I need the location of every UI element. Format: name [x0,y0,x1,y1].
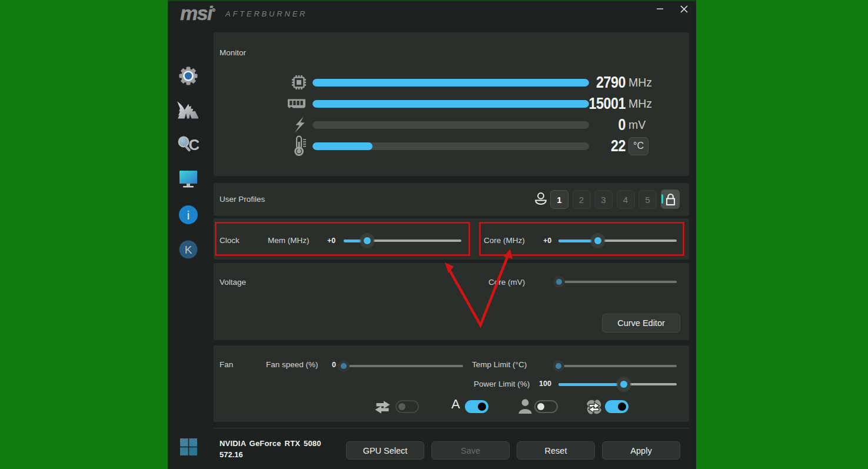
msi-dragon-icon [177,101,200,122]
power-limit-slider[interactable] [558,374,677,395]
driver-version: 572.16 [220,450,243,459]
curve-editor-button[interactable]: Curve Editor [602,314,680,332]
core-voltage-slider[interactable] [556,271,677,292]
profile-button-4[interactable]: 4 [617,190,635,209]
oc-scanner-icon: C [178,134,199,155]
gpu-name: NVIDIA GeForce RTX 5080 [220,439,321,448]
fan-speed-label: Fan speed (%) [266,360,318,369]
power-limit-slider-thumb[interactable] [617,378,630,391]
fan-speed-slider[interactable] [342,355,463,377]
windows-logo-icon[interactable] [168,438,209,455]
lock-icon [665,193,676,206]
clock-label: Clock [220,236,240,245]
core-voltage-slider-thumb[interactable] [553,276,565,288]
profile-button-2[interactable]: 2 [573,190,591,209]
toggle-knob [398,403,405,410]
gpu-chip-icon [285,72,306,93]
profile-button-5[interactable]: 5 [638,190,657,209]
temp-limit-label: Temp Limit (°C) [472,360,527,369]
kombustor-icon: K [178,240,198,260]
svg-text:i: i [187,209,189,222]
fan-panel: Fan Fan speed (%) 0 Temp Limit (°C) Powe… [214,345,689,422]
user-profiles-panel: User Profiles 1 2 3 4 5 [214,183,689,216]
auto-fan-icon: A [451,397,460,412]
monitor-icon [177,168,199,189]
monitor-row-voltage: 0 mV [214,114,689,135]
voltage-unit: mV [628,114,646,135]
profile-lock-button[interactable] [661,189,680,209]
toggle-knob [618,403,626,411]
fan-sync-toggle[interactable] [605,400,628,413]
slider-track[interactable] [342,365,463,367]
gpu-select-button[interactable]: GPU Select [346,441,424,460]
voltage-label: Voltage [220,278,246,287]
sidebar-item-hardware-monitor[interactable] [168,168,209,189]
slider-track-filled [558,383,624,386]
toggle-knob [478,403,486,411]
memory-icon [285,93,306,114]
save-button[interactable]: Save [431,441,510,460]
monitor-row-temperature: 22 °C [214,135,689,157]
user-fan-toggle[interactable] [534,400,558,413]
sidebar-item-information[interactable]: i [168,204,209,225]
voltage-value: 0 [544,114,626,135]
sidebar: C i K [168,28,214,469]
registered-mark-icon: ® [212,8,215,13]
sync-link-icon [374,398,391,418]
mem-clock-value: +0 [327,237,335,245]
sidebar-item-settings[interactable] [168,65,209,87]
temperature-value: 22 [544,135,626,157]
auto-fan-toggle[interactable] [465,400,488,413]
app-title: AFTERBURNER [225,9,307,18]
fan-label: Fan [220,360,233,369]
mem-clock-slider[interactable] [344,230,461,251]
core-voltage-label: Core (mV) [488,278,525,287]
profile-button-1[interactable]: 1 [550,190,568,209]
sync-toggle[interactable] [395,400,419,413]
sidebar-item-msi-dragon[interactable] [168,101,209,122]
sidebar-item-kombustor[interactable]: K [168,240,209,260]
bar-fill [312,142,373,150]
close-button[interactable] [674,0,694,18]
info-icon: i [178,204,199,225]
gear-icon [178,65,199,87]
svg-text:C: C [189,136,199,154]
core-clock-label: Core (MHz) [484,236,525,245]
user-profiles-label: User Profiles [220,195,265,204]
slider-track[interactable] [556,365,677,367]
apply-button[interactable]: Apply [602,441,680,460]
core-clock-slider[interactable] [558,230,677,251]
user-profile-icon [533,191,549,209]
monitor-panel: Monitor 2790 MHz [214,32,689,176]
reset-button[interactable]: Reset [517,441,595,460]
temperature-unit-chip: °C [628,137,648,155]
profile-button-3[interactable]: 3 [594,190,613,209]
clock-panel: Clock Mem (MHz) +0 Core (MHz) +0 [214,218,689,260]
fan-speed-value: 0 [332,361,336,369]
fan-blades-icon [586,399,602,415]
profile-lock-indicator [661,194,663,204]
msi-logo: msi® [180,2,215,25]
power-limit-label: Power Limit (%) [474,380,530,388]
core-clock-value: 2790 [544,72,626,93]
afterburner-window: msi® AFTERBURNER [168,0,696,469]
slider-track[interactable] [556,281,677,283]
monitor-row-memory-clock: 15001 MHz [214,93,689,114]
svg-text:K: K [185,244,192,256]
mem-clock-label: Mem (MHz) [268,236,310,245]
footer-divider [214,428,689,428]
monitor-label: Monitor [220,48,246,57]
temp-limit-slider-thumb[interactable] [553,360,564,372]
core-clock-slider-thumb[interactable] [591,234,604,247]
memory-clock-unit: MHz [628,93,652,114]
mem-clock-slider-thumb[interactable] [361,234,374,247]
voltage-bolt-icon [285,114,306,135]
minimize-button[interactable] [650,0,670,18]
sidebar-item-oc-scanner[interactable]: C [168,134,209,155]
toggle-knob [537,403,544,410]
user-fan-icon [518,399,533,417]
power-limit-value: 100 [539,380,551,388]
fan-speed-slider-thumb[interactable] [338,360,350,372]
titlebar: msi® AFTERBURNER [168,0,696,28]
minimize-icon [657,5,664,12]
